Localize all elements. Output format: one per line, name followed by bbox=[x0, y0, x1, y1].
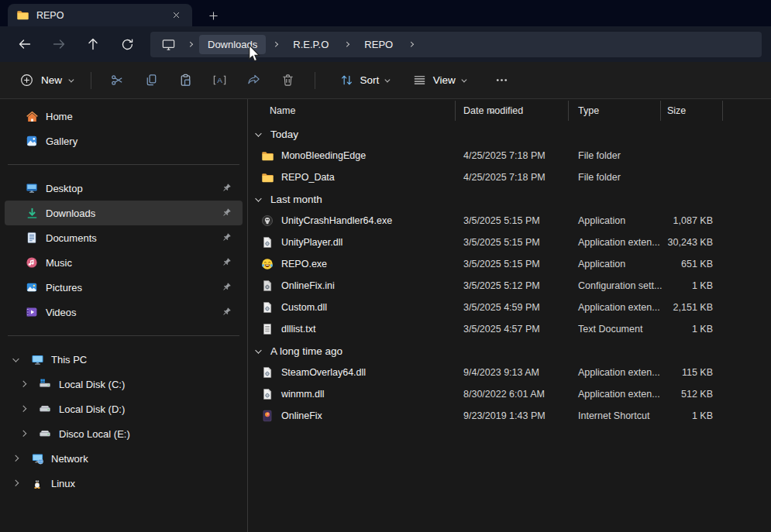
tree-chevron-icon[interactable] bbox=[15, 407, 31, 411]
file-row-onlinefix[interactable]: OnlineFix 9/23/2019 1:43 PM Internet Sho… bbox=[248, 405, 771, 427]
column-header-date-modified[interactable]: Date modified bbox=[456, 101, 569, 121]
file-row-repo-exe[interactable]: REPO.exe 3/5/2025 5:15 PM Application 65… bbox=[248, 253, 771, 275]
file-row-onlinefix-ini[interactable]: OnlineFix.ini 3/5/2025 5:12 PM Configura… bbox=[248, 275, 771, 297]
new-tab-button[interactable] bbox=[205, 7, 222, 24]
chevron-down-icon bbox=[69, 77, 74, 82]
videos-icon bbox=[25, 306, 39, 318]
sidebar-divider bbox=[8, 164, 239, 165]
sidebar-item-videos[interactable]: Videos bbox=[5, 300, 243, 324]
share-button[interactable] bbox=[237, 67, 271, 94]
group-header-today[interactable]: Today bbox=[248, 123, 771, 145]
tab-close-icon[interactable] bbox=[167, 7, 184, 24]
tab-repo[interactable]: REPO bbox=[8, 4, 192, 26]
tree-chevron-icon[interactable] bbox=[8, 357, 23, 362]
file-row-unityplayer-dll[interactable]: UnityPlayer.dll 3/5/2025 5:15 PM Applica… bbox=[248, 232, 771, 253]
pin-icon[interactable] bbox=[221, 307, 232, 317]
chevron-down-icon bbox=[462, 77, 466, 82]
rename-button[interactable]: A bbox=[203, 67, 237, 94]
file-row-dlllist-txt[interactable]: dlllist.txt 3/5/2025 4:57 PM Text Docume… bbox=[248, 318, 771, 340]
file-row-unitycrashhandler64-exe[interactable]: UnityCrashHandler64.exe 3/5/2025 5:15 PM… bbox=[248, 210, 771, 232]
column-header-name[interactable]: Name bbox=[248, 101, 456, 121]
sidebar-item-pictures[interactable]: Pictures bbox=[5, 275, 243, 300]
sidebar-item-disco-local-e[interactable]: Disco Local (E:) bbox=[5, 421, 243, 446]
toolbar-divider bbox=[91, 72, 91, 89]
breadcrumb-item-repo[interactable]: REPO bbox=[356, 35, 401, 54]
linux-icon bbox=[30, 477, 44, 489]
breadcrumb-chevron-icon[interactable] bbox=[337, 43, 356, 46]
copy-button[interactable] bbox=[135, 67, 169, 94]
group-collapse-icon bbox=[253, 132, 263, 136]
address-bar[interactable]: DownloadsR.E.P.OREPO bbox=[150, 32, 762, 57]
pin-icon[interactable] bbox=[221, 208, 232, 218]
sidebar-item-network[interactable]: Network bbox=[5, 446, 243, 471]
pin-icon[interactable] bbox=[221, 183, 232, 194]
paste-button[interactable] bbox=[169, 67, 203, 94]
pin-icon[interactable] bbox=[221, 282, 232, 293]
sidebar-item-home[interactable]: Home bbox=[5, 104, 243, 129]
sidebar-item-documents[interactable]: Documents bbox=[5, 225, 243, 250]
sidebar-item-local-disk-c[interactable]: Local Disk (C:) bbox=[5, 372, 243, 396]
sort-arrows-icon bbox=[339, 73, 354, 88]
delete-button[interactable] bbox=[271, 67, 305, 94]
forward-button[interactable] bbox=[42, 30, 76, 58]
tree-chevron-icon[interactable] bbox=[15, 382, 31, 386]
view-button-label: View bbox=[433, 74, 456, 86]
breadcrumb-chevron-icon[interactable] bbox=[401, 43, 420, 46]
pictures-icon bbox=[25, 281, 39, 293]
column-header-size[interactable]: Size bbox=[661, 101, 723, 121]
column-header-type[interactable]: Type bbox=[569, 101, 661, 121]
sidebar-item-this-pc[interactable]: This PC bbox=[5, 347, 243, 372]
up-button[interactable] bbox=[76, 30, 110, 58]
documents-icon bbox=[25, 232, 39, 244]
ini-icon bbox=[260, 280, 274, 293]
new-button[interactable]: New bbox=[11, 67, 81, 93]
file-row-steamoverlay64-dll[interactable]: SteamOverlay64.dll 9/4/2023 9:13 AM Appl… bbox=[248, 362, 771, 383]
folder-icon bbox=[15, 9, 29, 22]
downloads-icon bbox=[25, 207, 39, 220]
this-pc-monitor-icon[interactable] bbox=[157, 37, 181, 52]
sidebar-item-linux[interactable]: Linux bbox=[5, 471, 243, 496]
breadcrumb-item-downloads[interactable]: Downloads bbox=[199, 35, 266, 54]
file-row-repo-data[interactable]: REPO_Data 4/25/2025 7:18 PM File folder bbox=[248, 166, 771, 188]
sort-button[interactable]: Sort bbox=[331, 67, 398, 93]
sidebar-item-downloads[interactable]: Downloads bbox=[5, 201, 243, 225]
breadcrumb-chevron-icon[interactable] bbox=[181, 43, 199, 46]
group-header-last-month[interactable]: Last month bbox=[248, 188, 771, 210]
command-toolbar: New A Sort View bbox=[0, 62, 771, 99]
refresh-button[interactable] bbox=[110, 30, 144, 58]
desktop-icon bbox=[25, 182, 39, 194]
dll-icon bbox=[260, 366, 274, 379]
pin-icon[interactable] bbox=[221, 257, 232, 268]
file-row-monobleedingedge[interactable]: MonoBleedingEdge 4/25/2025 7:18 PM File … bbox=[248, 145, 771, 166]
tree-chevron-icon[interactable] bbox=[15, 431, 31, 436]
sidebar-item-local-disk-d[interactable]: Local Disk (D:) bbox=[5, 396, 243, 421]
main-area: Home Gallery Desktop Downloads Documents… bbox=[0, 99, 771, 532]
internet-shortcut-icon bbox=[260, 410, 274, 423]
view-lines-icon bbox=[412, 73, 427, 88]
breadcrumb-chevron-icon[interactable] bbox=[266, 43, 284, 46]
file-row-custom-dll[interactable]: Custom.dll 3/5/2025 4:59 PM Application … bbox=[248, 297, 771, 318]
view-button[interactable]: View bbox=[404, 67, 474, 93]
file-pane: Name Date modified Type Size Today MonoB… bbox=[248, 99, 771, 532]
titlebar: REPO bbox=[0, 0, 771, 26]
this-pc-icon bbox=[30, 353, 44, 366]
file-row-winmm-dll[interactable]: winmm.dll 8/30/2022 6:01 AM Application … bbox=[248, 383, 771, 405]
sort-button-label: Sort bbox=[360, 74, 380, 86]
tree-chevron-icon[interactable] bbox=[8, 481, 23, 486]
dll-icon bbox=[260, 388, 274, 401]
pin-icon[interactable] bbox=[221, 232, 232, 243]
sidebar-item-music[interactable]: Music bbox=[5, 250, 243, 275]
group-header-a-long-time-ago[interactable]: A long time ago bbox=[248, 340, 771, 362]
sidebar-item-desktop[interactable]: Desktop bbox=[5, 176, 243, 201]
tree-chevron-icon[interactable] bbox=[8, 456, 23, 461]
dll-icon bbox=[260, 301, 274, 314]
svg-text:A: A bbox=[217, 76, 222, 84]
back-button[interactable] bbox=[8, 30, 42, 58]
drive-icon bbox=[38, 427, 52, 440]
cut-button[interactable] bbox=[101, 67, 135, 94]
breadcrumb-item-r-e-p-o[interactable]: R.E.P.O bbox=[284, 35, 337, 54]
see-more-button[interactable] bbox=[484, 67, 518, 94]
unity-crash-icon bbox=[260, 215, 274, 228]
column-headers: Name Date modified Type Size bbox=[248, 101, 771, 121]
sidebar-item-gallery[interactable]: Gallery bbox=[5, 129, 243, 153]
